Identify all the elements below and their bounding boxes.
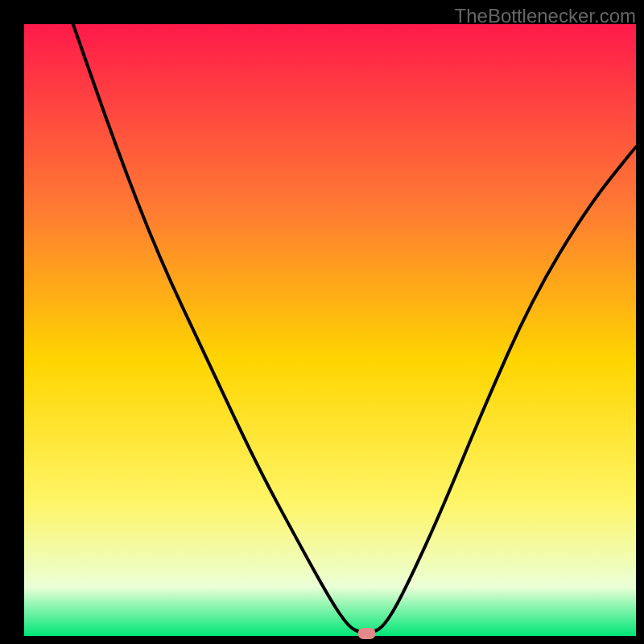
bottleneck-chart bbox=[0, 0, 644, 644]
watermark-label: TheBottlenecker.com bbox=[455, 5, 636, 27]
optimal-point-marker bbox=[358, 628, 376, 639]
plot-area bbox=[24, 24, 636, 636]
chart-svg bbox=[0, 0, 644, 644]
